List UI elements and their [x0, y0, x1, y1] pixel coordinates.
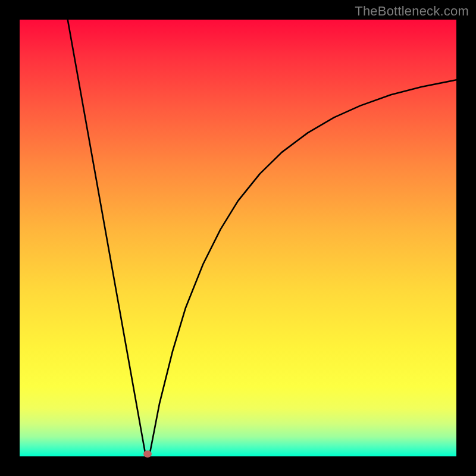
minimum-marker [143, 450, 152, 458]
chart-frame: TheBottleneck.com [0, 0, 476, 476]
watermark-text: TheBottleneck.com [355, 4, 469, 19]
plot-area [20, 20, 456, 456]
curve-path [68, 20, 456, 453]
bottleneck-curve [20, 20, 456, 456]
